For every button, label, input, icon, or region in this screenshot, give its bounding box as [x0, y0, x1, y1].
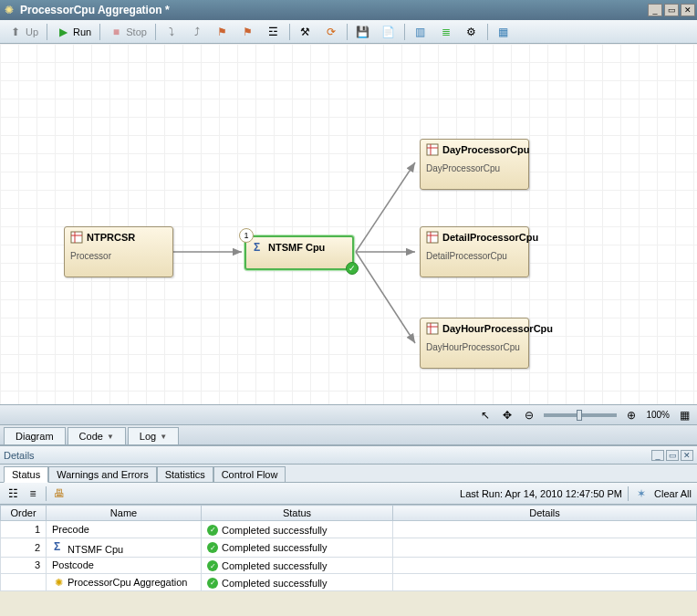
layout-button-2[interactable]: ≣ [434, 23, 458, 41]
tab-label: Statistics [165, 469, 205, 480]
node-subtitle: Processor [70, 251, 167, 261]
svg-rect-14 [427, 323, 438, 334]
node-ntsmf-cpu[interactable]: 1 Σ NTSMF Cpu ✓ [244, 235, 354, 270]
tools-button-1[interactable]: ⚒ [294, 23, 317, 41]
props-button[interactable]: ⚙ [460, 23, 484, 41]
step-button-1[interactable]: ⤵ [160, 23, 183, 41]
run-button[interactable]: ▶ Run [51, 23, 96, 41]
cell-order [1, 574, 47, 591]
pan-icon[interactable]: ✥ [500, 408, 515, 423]
zoom-out-button[interactable]: ⊖ [522, 408, 536, 423]
layout-button-1[interactable]: ▥ [409, 23, 432, 41]
step-button-2[interactable]: ⤴ [185, 23, 209, 41]
success-badge-icon: ✓ [346, 262, 359, 275]
details-tab-statistics[interactable]: Statistics [157, 466, 213, 483]
table-row[interactable]: 1Precode✓Completed successfully [1, 521, 697, 538]
sigma-icon: Σ [52, 540, 65, 553]
col-details[interactable]: Details [393, 506, 697, 521]
grid-button[interactable]: ▦ [492, 23, 515, 41]
restore-button[interactable]: ▭ [664, 4, 679, 16]
col-status[interactable]: Status [202, 506, 393, 521]
node-title: DetailProcessorCpu [442, 232, 538, 244]
zoom-level: 100% [646, 410, 670, 420]
gear-icon: ✺ [2, 3, 16, 17]
col-name[interactable]: Name [47, 506, 202, 521]
up-label: Up [26, 26, 38, 37]
main-toolbar: ⬆ Up ▶ Run ■ Stop ⤵ ⤴ ⚑ ⚑ ☲ ⚒ ⟳ 💾 📄 ▥ ≣ … [0, 20, 697, 44]
stop-button[interactable]: ■ Stop [104, 23, 151, 41]
up-arrow-icon: ⬆ [8, 25, 23, 39]
tab-label: Diagram [16, 431, 54, 442]
fit-icon[interactable]: ▦ [677, 408, 692, 423]
flag2-icon: ⚑ [241, 25, 255, 39]
order-badge: 1 [239, 228, 254, 243]
columns-icon: ▥ [413, 25, 428, 39]
list-icon: ☲ [266, 25, 281, 39]
node-subtitle: DetailProcessorCpu [426, 251, 523, 261]
zoom-slider[interactable] [544, 413, 617, 417]
node-subtitle: DayProcessorCpu [426, 163, 523, 173]
tools-button-2[interactable]: ⟳ [319, 23, 343, 41]
cell-details [393, 574, 697, 591]
node-title: NTSMF Cpu [268, 242, 325, 254]
up-button[interactable]: ⬆ Up [4, 23, 43, 41]
tab-log[interactable]: Log▼ [128, 427, 179, 444]
details-tab-control-flow[interactable]: Control Flow [213, 466, 286, 483]
cell-details [393, 557, 697, 574]
breakpoint-list-button[interactable]: ☲ [262, 23, 286, 41]
table-row[interactable]: ✺ProcessorCpu Aggregation✓Completed succ… [1, 574, 697, 591]
cell-name: ✺ProcessorCpu Aggregation [47, 574, 202, 591]
tab-code[interactable]: Code▼ [68, 427, 126, 444]
chevron-down-icon[interactable]: ▼ [107, 433, 114, 441]
save-button[interactable]: 💾 [351, 23, 375, 41]
svg-text:Σ: Σ [54, 540, 60, 553]
node-detailprocessorcpu[interactable]: DetailProcessorCpu DetailProcessorCpu [420, 226, 529, 277]
details-tab-status[interactable]: Status [4, 466, 48, 483]
table-icon [426, 143, 439, 156]
table-row[interactable]: 2ΣNTSMF Cpu✓Completed successfully [1, 538, 697, 557]
svg-line-3 [356, 252, 415, 343]
diagram-canvas[interactable]: NTPRCSR Processor 1 Σ NTSMF Cpu ✓ DayPro… [0, 44, 697, 425]
svg-rect-4 [71, 232, 82, 243]
sigma-icon: Σ [252, 241, 265, 254]
details-minimize-button[interactable]: _ [651, 450, 664, 461]
close-button[interactable]: ✕ [681, 4, 695, 16]
list-view-icon[interactable]: ≡ [26, 486, 40, 501]
cell-status: ✓Completed successfully [202, 557, 393, 574]
chevron-down-icon[interactable]: ▼ [160, 433, 167, 441]
save-icon: 💾 [356, 25, 370, 39]
details-restore-button[interactable]: ▭ [666, 450, 679, 461]
zoom-in-button[interactable]: ⊕ [624, 408, 639, 423]
cell-status: ✓Completed successfully [202, 521, 393, 538]
details-toolbar: ☷ ≡ 🖶 Last Run: Apr 14, 2010 12:47:50 PM… [0, 483, 697, 505]
tab-label: Status [12, 469, 40, 480]
stop-label: Stop [126, 26, 147, 37]
details-close-button[interactable]: ✕ [681, 450, 693, 461]
notes-button[interactable]: 📄 [377, 23, 401, 41]
table-row[interactable]: 3Postcode✓Completed successfully [1, 557, 697, 574]
canvas-status-bar: ↖ ✥ ⊖ ⊕ 100% ▦ [0, 404, 697, 424]
node-dayhourprocessorcpu[interactable]: DayHourProcessorCpu DayHourProcessorCpu [420, 318, 529, 369]
tab-label: Code [79, 431, 103, 442]
tree-view-icon[interactable]: ☷ [5, 486, 20, 501]
node-ntprcsr[interactable]: NTPRCSR Processor [64, 226, 173, 277]
svg-rect-8 [427, 144, 438, 155]
pointer-icon[interactable]: ↖ [478, 408, 493, 423]
breakpoint-button[interactable]: ⚑ [236, 23, 260, 41]
table-icon [426, 322, 439, 335]
note-icon: 📄 [381, 25, 396, 39]
print-icon[interactable]: 🖶 [52, 486, 67, 501]
minimize-button[interactable]: _ [648, 4, 662, 16]
details-panel: Details _ ▭ ✕ Status Warnings and Errors… [0, 445, 697, 591]
cell-order: 3 [1, 557, 47, 574]
col-order[interactable]: Order [1, 506, 47, 521]
details-title: Details [4, 450, 35, 461]
step-icon: ⤵ [164, 25, 179, 39]
stop-icon: ■ [109, 25, 123, 39]
debug-button[interactable]: ⚑ [211, 23, 234, 41]
details-tab-warnings[interactable]: Warnings and Errors [48, 466, 156, 483]
last-run-label: Last Run: Apr 14, 2010 12:47:50 PM [460, 488, 622, 499]
tab-diagram[interactable]: Diagram [4, 427, 66, 444]
clear-all-button[interactable]: Clear All [654, 488, 692, 499]
node-dayprocessorcpu[interactable]: DayProcessorCpu DayProcessorCpu [420, 139, 529, 190]
